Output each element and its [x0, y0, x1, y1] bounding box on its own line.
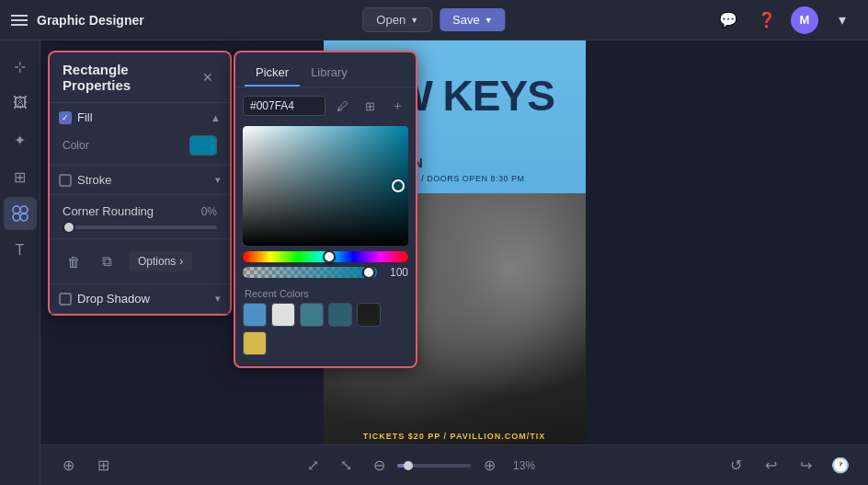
- svg-point-2: [13, 214, 20, 221]
- fit-screen-icon[interactable]: ⤢: [300, 453, 326, 479]
- sidebar-item-cursor[interactable]: ⊹: [4, 50, 37, 83]
- recent-swatch-1[interactable]: [271, 303, 295, 327]
- drop-shadow-label: Drop Shadow: [77, 292, 210, 306]
- corner-value: 0%: [201, 205, 217, 218]
- zoom-slider[interactable]: [397, 464, 471, 468]
- gradient-dark: [243, 126, 408, 246]
- avatar[interactable]: M: [791, 6, 818, 34]
- topbar-center: Open ▼ Save ▼: [362, 7, 505, 32]
- zoom-slider-thumb[interactable]: [404, 461, 413, 470]
- redo-icon[interactable]: ↪: [793, 453, 818, 479]
- bottom-right: ↺ ↩ ↪ 🕐: [723, 453, 853, 479]
- corner-header: Corner Rounding 0%: [63, 204, 217, 218]
- panel-close-button[interactable]: ✕: [199, 68, 217, 87]
- sidebar-item-text[interactable]: T: [4, 234, 37, 267]
- recent-swatch-4[interactable]: [357, 303, 381, 327]
- options-button[interactable]: Options ›: [129, 251, 192, 271]
- hue-slider[interactable]: [243, 251, 408, 262]
- stroke-section: Stroke ▾: [50, 166, 230, 195]
- help-icon[interactable]: ❓: [752, 6, 782, 35]
- undo2-icon[interactable]: ↩: [758, 453, 783, 479]
- recent-swatch-5[interactable]: [243, 331, 267, 355]
- hex-row: 🖊 ⊞ ＋: [235, 87, 416, 121]
- fill-section-header[interactable]: ✓ Fill ▲: [50, 103, 230, 132]
- sidebar-item-elements[interactable]: [4, 197, 37, 230]
- drop-shadow-chevron-icon: ▾: [215, 293, 221, 305]
- save-chevron-icon: ▼: [485, 16, 493, 25]
- properties-panel: Rectangle Properties ✕ ✓ Fill ▲ Color St…: [48, 51, 232, 316]
- open-chevron-icon: ▼: [410, 16, 418, 25]
- svg-point-3: [20, 214, 28, 221]
- zoom-out-icon[interactable]: ⊖: [366, 453, 392, 479]
- drop-shadow-checkbox[interactable]: [59, 293, 72, 306]
- recent-swatch-0[interactable]: [243, 303, 267, 327]
- panel-header: Rectangle Properties ✕: [50, 52, 230, 103]
- duplicate-icon[interactable]: ⧉: [94, 248, 120, 274]
- recent-swatches: [235, 303, 416, 355]
- bottom-left: ⊕ ⊞: [55, 453, 116, 479]
- topbar-right: 💬 ❓ M ▾: [714, 6, 857, 35]
- account-chevron-icon[interactable]: ▾: [828, 6, 857, 35]
- zoom-value: 13%: [509, 459, 539, 472]
- corner-slider-track[interactable]: [63, 225, 217, 229]
- fill-checkbox[interactable]: ✓: [59, 111, 72, 124]
- checkbox-check-icon: ✓: [62, 113, 69, 122]
- undo-icon[interactable]: ↺: [723, 453, 748, 479]
- open-button[interactable]: Open ▼: [362, 7, 432, 32]
- sidebar-item-image[interactable]: 🖼: [4, 87, 37, 120]
- resize-icon[interactable]: ⤡: [333, 453, 359, 479]
- color-swatch[interactable]: [189, 135, 217, 156]
- recent-swatch-3[interactable]: [328, 303, 352, 327]
- gradient-handle[interactable]: [392, 179, 405, 192]
- history-icon[interactable]: 🕐: [828, 453, 853, 479]
- menu-icon[interactable]: [11, 15, 28, 26]
- layers-icon[interactable]: ⊕: [55, 453, 81, 479]
- eyedropper-icon[interactable]: 🖊: [331, 95, 353, 117]
- stroke-row: Stroke ▾: [50, 166, 230, 194]
- add-color-icon[interactable]: ＋: [386, 95, 408, 117]
- zoom-controls: ⊖ ⊕: [366, 453, 502, 479]
- picker-tabs: Picker Library: [235, 52, 416, 87]
- stroke-checkbox[interactable]: [59, 174, 72, 187]
- grid-view-icon[interactable]: ⊞: [90, 453, 116, 479]
- chat-icon[interactable]: 💬: [714, 6, 743, 35]
- color-gradient-canvas[interactable]: [243, 126, 408, 246]
- app-title: Graphic Designer: [37, 13, 144, 28]
- svg-point-0: [13, 206, 20, 214]
- color-row: Color: [50, 132, 230, 165]
- stroke-label: Stroke: [77, 173, 210, 187]
- save-button[interactable]: Save ▼: [440, 8, 506, 31]
- options-chevron-icon: ›: [179, 255, 183, 268]
- opacity-slider-fill: [243, 267, 377, 278]
- sidebar-item-layout[interactable]: ⊞: [4, 160, 37, 193]
- opacity-thumb[interactable]: [362, 267, 375, 278]
- recent-swatch-2[interactable]: [300, 303, 324, 327]
- drop-shadow-section: Drop Shadow ▾: [50, 284, 230, 314]
- panel-title: Rectangle Properties: [63, 62, 199, 93]
- poster-ticket: TICKETS $20 PP / PAVILLION.COM/TIX: [324, 432, 586, 441]
- color-picker-popup: Picker Library 🖊 ⊞ ＋ 100 Recent Colors: [234, 51, 417, 368]
- sidebar-item-effects[interactable]: ✦: [4, 123, 37, 156]
- tab-picker[interactable]: Picker: [245, 60, 300, 87]
- tab-library[interactable]: Library: [300, 60, 359, 87]
- recent-colors-label: Recent Colors: [235, 283, 416, 303]
- corner-slider-thumb[interactable]: [63, 221, 75, 234]
- topbar: Graphic Designer Open ▼ Save ▼ 💬 ❓ M ▾: [0, 0, 868, 40]
- color-swatch-inner: [190, 136, 216, 155]
- grid-icon[interactable]: ⊞: [359, 95, 381, 117]
- drop-shadow-row: Drop Shadow ▾: [50, 284, 230, 313]
- svg-point-1: [20, 206, 28, 214]
- corner-title: Corner Rounding: [63, 204, 154, 218]
- hex-input[interactable]: [250, 99, 314, 112]
- bottom-center: ⤢ ⤡ ⊖ ⊕ 13%: [300, 453, 539, 479]
- fill-section: ✓ Fill ▲ Color: [50, 103, 230, 166]
- delete-icon[interactable]: 🗑: [61, 248, 86, 274]
- hex-input-wrap: [243, 96, 326, 116]
- fill-chevron-icon: ▲: [211, 112, 221, 123]
- opacity-slider[interactable]: [243, 267, 377, 278]
- hue-thumb[interactable]: [323, 250, 336, 263]
- zoom-in-icon[interactable]: ⊕: [476, 453, 502, 479]
- opacity-row: 100: [243, 266, 408, 279]
- left-sidebar: ⊹ 🖼 ✦ ⊞ T: [0, 40, 40, 485]
- bottombar: ⊕ ⊞ ⤢ ⤡ ⊖ ⊕ 13% ↺ ↩ ↪ 🕐: [40, 445, 868, 485]
